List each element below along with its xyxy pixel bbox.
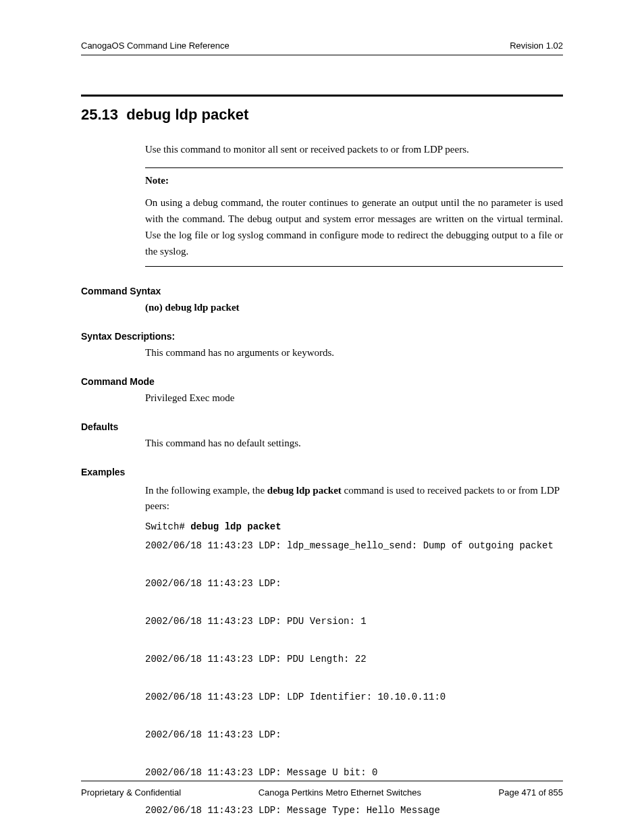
terminal-output-line: 2002/06/18 11:43:23 LDP: PDU Version: 1 xyxy=(145,616,367,627)
footer-center: Canoga Pertkins Metro Ethernet Switches xyxy=(259,787,421,798)
command-mode-value: Privileged Exec mode xyxy=(145,392,563,404)
example-intro-bold: debug ldp packet xyxy=(267,485,342,496)
header-left: CanogaOS Command Line Reference xyxy=(81,41,230,51)
header-right: Revision 1.02 xyxy=(510,41,563,51)
section-number: 25.13 xyxy=(81,106,118,123)
note-block: Note: On using a debug command, the rout… xyxy=(145,167,563,267)
syntax-descriptions-heading: Syntax Descriptions: xyxy=(81,331,563,342)
defaults-heading: Defaults xyxy=(81,421,563,432)
example-intro: In the following example, the debug ldp … xyxy=(145,483,563,515)
document-page: CanogaOS Command Line Reference Revision… xyxy=(0,0,644,834)
footer-right: Page 471 of 855 xyxy=(499,787,563,798)
command-syntax-value: (no) debug ldp packet xyxy=(145,302,563,313)
footer-rule xyxy=(81,781,563,781)
footer-left: Proprietary & Confidential xyxy=(81,787,181,798)
terminal-command: debug ldp packet xyxy=(190,521,281,532)
note-text: On using a debug command, the router con… xyxy=(145,194,563,259)
page-header: CanogaOS Command Line Reference Revision… xyxy=(81,41,563,55)
terminal-output-line: 2002/06/18 11:43:23 LDP: xyxy=(145,729,281,740)
section-rule xyxy=(81,95,563,97)
terminal-output-line: 2002/06/18 11:43:23 LDP: LDP Identifier:… xyxy=(145,692,446,702)
example-terminal: Switch# debug ldp packet 2002/06/18 11:4… xyxy=(145,517,563,835)
examples-heading: Examples xyxy=(81,467,563,477)
command-syntax-heading: Command Syntax xyxy=(81,286,563,296)
terminal-output-line: 2002/06/18 11:43:23 LDP: Message U bit: … xyxy=(145,767,377,778)
terminal-output-line: 2002/06/18 11:43:23 LDP: xyxy=(145,578,281,589)
terminal-output-line: 2002/06/18 11:43:23 LDP: PDU Length: 22 xyxy=(145,654,367,664)
section-body: Use this command to monitor all sent or … xyxy=(145,144,563,267)
example-intro-prefix: In the following example, the xyxy=(145,485,267,496)
terminal-output-line: 2002/06/18 11:43:23 LDP: Message Type: H… xyxy=(145,805,440,816)
note-label: Note: xyxy=(145,175,563,186)
syntax-descriptions-value: This command has no arguments or keyword… xyxy=(145,347,563,359)
section-name: debug ldp packet xyxy=(126,106,248,123)
examples-body: In the following example, the debug ldp … xyxy=(145,483,563,834)
terminal-output-line: 2002/06/18 11:43:23 LDP: ldp_message_hel… xyxy=(145,540,554,551)
page-footer: Proprietary & Confidential Canoga Pertki… xyxy=(81,787,563,798)
defaults-value: This command has no default settings. xyxy=(145,438,563,449)
intro-text: Use this command to monitor all sent or … xyxy=(145,144,563,155)
command-mode-heading: Command Mode xyxy=(81,376,563,387)
terminal-prompt: Switch# xyxy=(145,521,190,532)
section-title: 25.13 debug ldp packet xyxy=(81,106,563,124)
